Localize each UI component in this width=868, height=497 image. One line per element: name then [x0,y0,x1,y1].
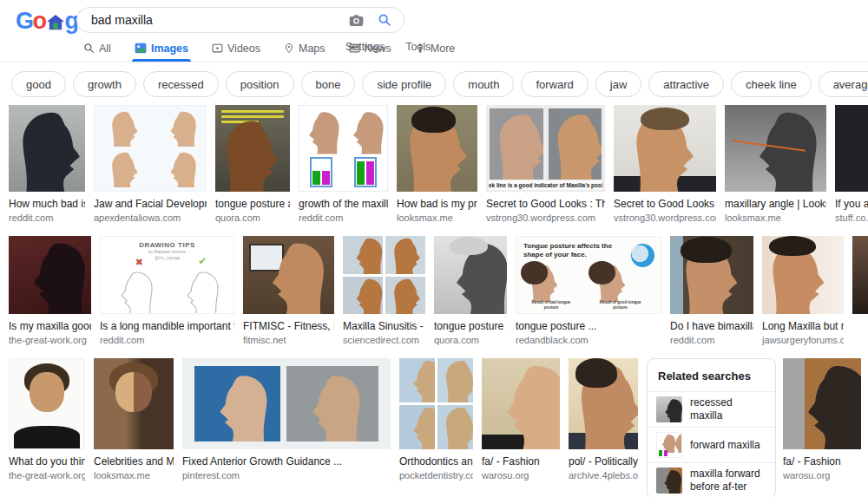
shirt-shape [14,426,80,448]
result-thumbnail[interactable] [299,105,388,192]
logo-letter: G [16,10,33,33]
result-title[interactable]: maxillary angle | Looksmax... [725,198,826,210]
head-silhouette-icon [659,469,682,494]
result-title[interactable]: growth of the maxilla a... [299,198,388,210]
result-thumbnail[interactable] [9,105,85,192]
result-thumbnail[interactable]: Tongue posture affects the shape of your… [516,236,661,314]
result-thumbnail[interactable] [9,358,85,449]
result-title[interactable]: Orthodontics and Orth... [399,455,473,468]
result-title[interactable]: Maxilla Sinusitis - an ov... [343,320,425,332]
related-search-item[interactable]: maxilla forward before af-ter [648,463,775,497]
head-silhouette-icon [220,118,290,192]
chip-good[interactable]: good [11,71,66,97]
tools-button[interactable]: Tools [405,41,431,53]
result-thumbnail[interactable] [343,236,425,314]
chip-average[interactable]: average [819,71,868,97]
settings-button[interactable]: Settings [345,41,385,53]
result-title[interactable]: Secret to Good Looks : The Man... [614,198,716,210]
result-title[interactable]: Is a long mandible important for women .… [100,320,234,332]
result-domain: quora.com [215,213,290,223]
result-thumbnail[interactable] [762,236,844,314]
search-icon[interactable] [378,13,391,27]
result-title[interactable]: fa/ - Fashion [783,455,861,468]
search-bar[interactable] [76,7,404,33]
result-domain: warosu.org [783,470,861,481]
head-silhouette-icon [442,406,473,449]
result-domain: fitmisc.net [243,335,334,345]
chip-recessed[interactable]: recessed [143,71,219,97]
result-domain: reddit.com [100,335,234,345]
result-title[interactable]: What do you think of hi... [9,455,85,468]
result-thumbnail[interactable] [725,105,826,192]
result-title[interactable]: Jaw and Facial Development in Chi... [94,198,207,210]
image-result: Celebrities and MM's with ...looksmax.me [94,358,174,497]
result-title[interactable]: Celebrities and MM's with ... [94,455,174,468]
related-search-item[interactable]: forward maxilla [648,428,775,463]
related-search-item[interactable]: recessed maxilla [648,392,775,428]
result-thumbnail[interactable] [9,236,91,314]
chip-cheek-line[interactable]: cheek line [731,71,812,97]
result-title[interactable]: Fixed Anterior Growth Guidance ... [182,455,391,468]
result-thumbnail[interactable] [835,105,868,192]
result-title[interactable]: Do I have bimaxillary pr... [670,320,753,332]
camera-search-icon[interactable] [349,14,364,27]
result-title[interactable]: Is my maxilla good eno... [9,320,91,332]
result-thumbnail[interactable] [783,358,861,449]
refinement-chips: good growth recessed position bone side … [0,62,868,97]
result-title[interactable]: fa/ - Fashion [482,455,560,468]
tab-label: Images [151,43,188,55]
result-thumbnail[interactable]: Cheek line is a good indicator of Maxill… [486,105,605,192]
result-domain: apexdentaliowa.com [94,213,207,223]
head-outline-icon [178,271,222,314]
tab-videos[interactable]: Videos [212,35,260,62]
chip-jaw[interactable]: jaw [595,71,642,97]
hair-shape [641,108,690,130]
result-thumbnail[interactable] [397,105,477,192]
check-mark-icon: ✔ [198,255,207,267]
result-thumbnail[interactable] [94,358,174,449]
chip-side-profile[interactable]: side profile [362,71,446,97]
result-thumbnail[interactable] [243,236,334,314]
result-thumbnail[interactable] [215,105,290,192]
chip-attractive[interactable]: attractive [648,71,724,97]
tab-images[interactable]: Images [135,35,188,62]
result-thumbnail[interactable] [614,105,716,192]
result-thumbnail[interactable] [434,236,507,314]
result-title[interactable]: How bad is my profile/maxil... [397,198,477,210]
photo-panel [490,108,543,180]
chip-mouth[interactable]: mouth [453,71,514,97]
result-thumbnail[interactable] [670,236,753,314]
result-thumbnail[interactable] [482,358,560,449]
search-header: Gogle All Images Videos Maps News [0,0,868,62]
result-title[interactable]: How much bad is my ... [9,198,85,210]
result-title[interactable]: FITMISC - Fitness, Memes, ... [243,320,334,332]
mini-bar-charts [659,450,667,456]
result-thumbnail[interactable] [94,105,207,192]
tab-all[interactable]: All [83,35,111,62]
result-thumbnail[interactable] [569,358,638,449]
result-domain: the-great-work.org [9,470,85,481]
result-thumbnail[interactable]: DRAWING TIPS by Raphael montes@rm_manga … [100,236,234,314]
search-input[interactable] [89,12,349,28]
hair-shape [521,261,548,284]
result-thumbnail[interactable] [399,358,473,449]
chip-position[interactable]: position [226,71,294,97]
result-title[interactable]: Secret to Good Looks : The Mandible ... [486,198,605,210]
result-title[interactable]: tongue posture ... [516,320,661,332]
result-thumbnail[interactable] [182,358,391,449]
chip-bone[interactable]: bone [301,71,356,97]
chip-growth[interactable]: growth [73,71,136,97]
tab-label: All [99,43,111,55]
chip-forward[interactable]: forward [521,71,588,97]
hair-shape [411,107,456,133]
tab-maps[interactable]: Maps [284,35,326,62]
result-domain: vstrong30.wordpress.com [614,213,716,223]
result-thumbnail[interactable] [852,236,868,314]
overlay-byline: by Raphael montes [148,249,186,254]
result-title[interactable]: If you ask m... [835,198,868,210]
result-domain: pinterest.com [182,470,391,481]
result-title[interactable]: tongue posture affect yo... [215,198,290,210]
result-title[interactable]: Long Maxilla but no Gummy Smile [762,320,844,332]
result-title[interactable]: pol/ - Politically Incorre... [569,455,638,468]
result-title[interactable]: tongue posture affect y... [434,320,507,332]
